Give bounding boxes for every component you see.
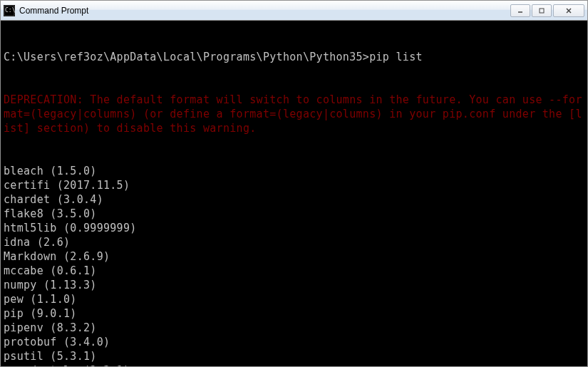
svg-rect-4 bbox=[540, 9, 544, 13]
package-line: protobuf (3.4.0) bbox=[4, 335, 584, 349]
minimize-button[interactable] bbox=[510, 4, 530, 17]
command-prompt-window: C:\ Command Prompt C:\Users\ref3oz\AppDa… bbox=[0, 0, 588, 367]
package-line: pip (9.0.1) bbox=[4, 306, 584, 321]
cmd-icon: C:\ bbox=[4, 5, 15, 16]
package-line: flake8 (3.5.0) bbox=[4, 207, 584, 221]
package-line: pipenv (8.3.2) bbox=[4, 321, 584, 335]
command-text: pip list bbox=[369, 51, 423, 63]
deprecation-warning: DEPRECATION: The default format will swi… bbox=[4, 93, 584, 135]
package-line: bleach (1.5.0) bbox=[4, 164, 584, 178]
package-line: mccabe (0.6.1) bbox=[4, 264, 584, 278]
maximize-button[interactable] bbox=[532, 4, 552, 17]
package-list: bleach (1.5.0)certifi (2017.11.5)chardet… bbox=[4, 164, 584, 366]
package-line: html5lib (0.9999999) bbox=[4, 221, 584, 235]
package-line: numpy (1.13.3) bbox=[4, 278, 584, 292]
titlebar[interactable]: C:\ Command Prompt bbox=[1, 1, 587, 21]
window-controls bbox=[510, 4, 584, 17]
prompt-line: C:\Users\ref3oz\AppData\Local\Programs\P… bbox=[4, 50, 584, 64]
package-line: pycodestyle (2.3.1) bbox=[4, 363, 584, 366]
terminal-body[interactable]: C:\Users\ref3oz\AppData\Local\Programs\P… bbox=[1, 21, 587, 366]
package-line: pew (1.1.0) bbox=[4, 292, 584, 306]
package-line: psutil (5.3.1) bbox=[4, 349, 584, 363]
window-title: Command Prompt bbox=[19, 6, 510, 16]
package-line: chardet (3.0.4) bbox=[4, 192, 584, 207]
package-line: Markdown (2.6.9) bbox=[4, 249, 584, 264]
package-line: certifi (2017.11.5) bbox=[4, 178, 584, 192]
svg-text:C:\: C:\ bbox=[5, 7, 15, 14]
close-button[interactable] bbox=[553, 4, 584, 17]
package-line: idna (2.6) bbox=[4, 235, 584, 249]
prompt-path: C:\Users\ref3oz\AppData\Local\Programs\P… bbox=[4, 51, 369, 63]
